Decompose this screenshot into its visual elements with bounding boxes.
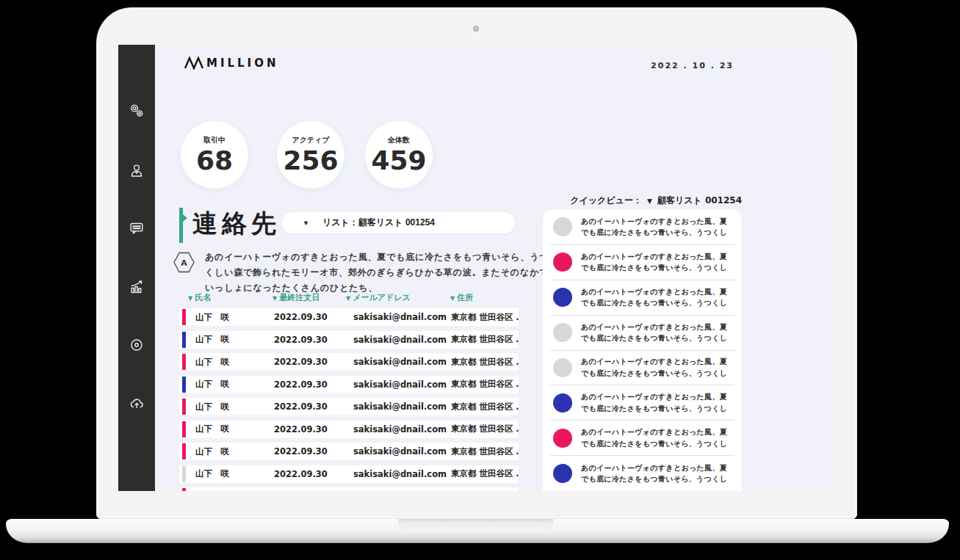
status-dot xyxy=(553,323,572,342)
quickview-item-text: あのイーハトーヴォのすきとおった風、夏でも底に冷たさをもつ青いそら、うつくしい森… xyxy=(581,462,735,485)
quickview-label: クイックビュー： xyxy=(570,194,642,207)
cell-name: 山下 咲 xyxy=(195,312,274,323)
row-accent-bar xyxy=(182,399,186,415)
status-dot xyxy=(553,358,572,377)
cell-email: sakisaki@dnail.com xyxy=(353,335,451,345)
sidebar-item-contacts[interactable] xyxy=(129,162,145,178)
list-select-value: リスト：顧客リスト 001254 xyxy=(322,217,435,229)
cell-name: 山下 咲 xyxy=(195,423,274,434)
cell-date: 2022.09.30 xyxy=(274,335,353,345)
quickview-panel: あのイーハトーヴォのすきとおった風、夏でも底に冷たさをもつ青いそら、うつくしい森… xyxy=(543,210,742,491)
analytics-icon xyxy=(129,279,145,295)
column-header[interactable]: ▼氏名 xyxy=(188,292,273,303)
cell-address: 東京都 世田谷区 … xyxy=(451,312,519,323)
status-dot xyxy=(553,429,572,448)
laptop-base xyxy=(6,519,949,543)
quickview-item-text: あのイーハトーヴォのすきとおった風、夏でも底に冷たさをもつ青いそら、うつくしい森… xyxy=(581,251,735,274)
stat-label: 取引中 xyxy=(203,135,225,145)
chevron-down-icon: ▼ xyxy=(647,197,652,205)
stat-value: 68 xyxy=(196,147,233,175)
table-row[interactable]: 山下 咲 2022.09.30 sakisaki@dnail.com 東京都 世… xyxy=(179,353,519,371)
cell-date: 2022.09.30 xyxy=(274,312,353,322)
table-row[interactable]: 山下 咲 2022.09.30 sakisaki@dnail.com 東京都 世… xyxy=(179,376,519,393)
cell-date: 2022.09.30 xyxy=(274,424,353,434)
sidebar-item-cloud[interactable] xyxy=(129,395,145,411)
quickview-item-text: あのイーハトーヴォのすきとおった風、夏でも底に冷たさをもつ青いそら、うつくしい森… xyxy=(581,391,735,414)
table-row[interactable]: 山下 咲 2022.09.30 sakisaki@dnail.com 東京都 世… xyxy=(179,487,519,491)
cloud-upload-icon xyxy=(129,395,145,411)
section-accent-bar xyxy=(179,208,183,243)
cell-email: sakisaki@dnail.com xyxy=(353,401,451,412)
table-row[interactable]: 山下 咲 2022.09.30 sakisaki@dnail.com 東京都 世… xyxy=(179,331,519,349)
table-row[interactable]: 山下 咲 2022.09.30 sakisaki@dnail.com 東京都 世… xyxy=(179,443,519,460)
sidebar-item-analytics[interactable] xyxy=(129,279,145,295)
header-date: 2022 . 10 . 23 xyxy=(651,61,734,70)
sidebar-item-records[interactable] xyxy=(129,337,145,353)
sort-caret-icon: ▼ xyxy=(450,295,455,302)
svg-text:A: A xyxy=(181,258,187,268)
cell-address: 東京都 世田谷区 … xyxy=(451,491,519,492)
column-header[interactable]: ▼メールアドレス xyxy=(346,292,450,303)
row-accent-bar xyxy=(182,488,186,491)
logo-zigzag-icon xyxy=(184,57,203,70)
column-header[interactable]: ▼住所 xyxy=(450,292,519,303)
quickview-value: 顧客リスト 001254 xyxy=(657,194,742,207)
status-dot xyxy=(553,464,572,483)
person-icon xyxy=(129,162,145,178)
gears-icon xyxy=(129,103,145,119)
row-accent-bar xyxy=(182,443,186,459)
quickview-item[interactable]: あのイーハトーヴォのすきとおった風、夏でも底に冷たさをもつ青いそら、うつくしい森… xyxy=(550,210,735,245)
quickview-item[interactable]: あのイーハトーヴォのすきとおった風、夏でも底に冷たさをもつ青いそら、うつくしい森… xyxy=(550,316,735,351)
cell-address: 東京都 世田谷区 … xyxy=(451,357,519,368)
column-header[interactable]: ▼最終注文日 xyxy=(273,292,346,303)
cell-name: 山下 咲 xyxy=(195,334,274,345)
hexagon-icon: A xyxy=(173,251,195,274)
laptop-notch xyxy=(399,519,553,532)
quickview-item[interactable]: あのイーハトーヴォのすきとおった風、夏でも底に冷たさをもつ青いそら、うつくしい森… xyxy=(550,421,735,456)
quickview-item[interactable]: あのイーハトーヴォのすきとおった風、夏でも底に冷たさをもつ青いそら、うつくしい森… xyxy=(550,385,735,421)
laptop-mockup: MILLION 2022 . 10 . 23 取引中 68 アクティブ 256 xyxy=(0,0,960,560)
stat-label: 全体数 xyxy=(388,135,410,145)
laptop-lid: MILLION 2022 . 10 . 23 取引中 68 アクティブ 256 xyxy=(96,7,857,519)
sidebar-item-settings[interactable] xyxy=(129,103,145,119)
status-dot xyxy=(553,393,572,412)
cell-email: sakisaki@dnail.com xyxy=(353,379,451,390)
table-row[interactable]: 山下 咲 2022.09.30 sakisaki@dnail.com 東京都 世… xyxy=(179,421,519,438)
cell-date: 2022.09.30 xyxy=(274,469,353,479)
table-header-row: ▼氏名 ▼最終注文日 ▼メールアドレス ▼住所 xyxy=(179,292,519,303)
cell-name: 山下 咲 xyxy=(195,401,274,412)
quickview-item-text: あのイーハトーヴォのすきとおった風、夏でも底に冷たさをもつ青いそら、うつくしい森… xyxy=(581,321,735,344)
status-dot xyxy=(553,252,572,272)
page-title: 連絡先 xyxy=(192,207,281,241)
quickview-item[interactable]: あのイーハトーヴォのすきとおった風、夏でも底に冷たさをもつ青いそら、うつくしい森… xyxy=(550,456,735,491)
stat-circle: アクティブ 256 xyxy=(277,121,344,189)
quickview-selector[interactable]: クイックビュー： ▼ 顧客リスト 001254 xyxy=(543,194,742,207)
cell-email: sakisaki@dnail.com xyxy=(353,312,451,322)
table-row[interactable]: 山下 咲 2022.09.30 sakisaki@dnail.com 東京都 世… xyxy=(179,308,519,326)
stat-label: アクティブ xyxy=(292,135,329,145)
quickview-item[interactable]: あのイーハトーヴォのすきとおった風、夏でも底に冷たさをもつ青いそら、うつくしい森… xyxy=(550,245,735,280)
cell-name: 山下 咲 xyxy=(195,446,274,457)
quickview-item[interactable]: あのイーハトーヴォのすきとおった風、夏でも底に冷たさをもつ青いそら、うつくしい森… xyxy=(550,351,735,386)
contacts-table: ▼氏名 ▼最終注文日 ▼メールアドレス ▼住所 山下 咲 2022.0 xyxy=(179,292,519,491)
webcam-dot xyxy=(473,26,479,32)
sidebar-item-messages[interactable] xyxy=(129,220,145,236)
row-accent-bar xyxy=(182,354,186,370)
quickview-item-text: あのイーハトーヴォのすきとおった風、夏でも底に冷たさをもつ青いそら、うつくしい森… xyxy=(581,356,735,379)
sort-caret-icon: ▼ xyxy=(346,295,350,302)
status-dot xyxy=(553,217,572,236)
sort-caret-icon: ▼ xyxy=(188,295,192,302)
cell-address: 東京都 世田谷区 … xyxy=(451,468,519,479)
table-row[interactable]: 山下 咲 2022.09.30 sakisaki@dnail.com 東京都 世… xyxy=(179,398,519,415)
kpi-stats: 取引中 68 アクティブ 256 全体数 459 xyxy=(181,121,433,189)
cell-name: 山下 咲 xyxy=(195,357,274,368)
table-row[interactable]: 山下 咲 2022.09.30 sakisaki@dnail.com 東京都 世… xyxy=(179,465,519,483)
quickview-item-text: あのイーハトーヴォのすきとおった風、夏でも底に冷たさをもつ青いそら、うつくしい森… xyxy=(581,286,735,309)
cell-address: 東京都 世田谷区 … xyxy=(451,401,519,412)
stat-circle: 全体数 459 xyxy=(365,121,433,189)
stat-circle: 取引中 68 xyxy=(181,121,248,189)
app-logo: MILLION xyxy=(184,57,279,70)
list-select-dropdown[interactable]: ▼ リスト：顧客リスト 001254 xyxy=(282,212,515,233)
stat-value: 459 xyxy=(371,147,426,175)
quickview-item[interactable]: あのイーハトーヴォのすきとおった風、夏でも底に冷たさをもつ青いそら、うつくしい森… xyxy=(550,280,735,316)
